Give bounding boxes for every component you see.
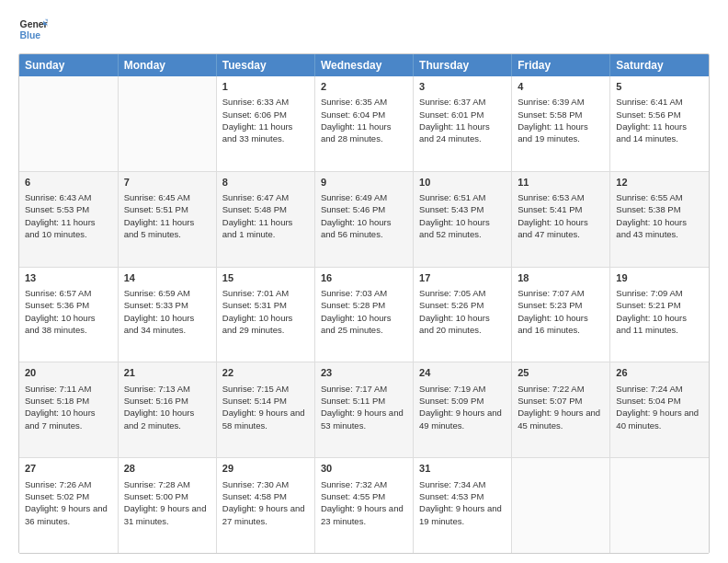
sunset-text: Sunset: 6:01 PM (419, 109, 483, 120)
day-header-row: SundayMondayTuesdayWednesdayThursdayFrid… (19, 54, 709, 76)
sunrise-text: Sunrise: 7:15 AM (222, 384, 289, 394)
daylight-text: Daylight: 11 hours and 14 minutes. (616, 121, 687, 144)
calendar-cell: 13Sunrise: 6:57 AMSunset: 5:36 PMDayligh… (19, 267, 118, 362)
sunrise-text: Sunrise: 6:45 AM (124, 192, 190, 202)
sunrise-text: Sunrise: 6:33 AM (222, 97, 289, 107)
daylight-text: Daylight: 9 hours and 31 minutes. (124, 503, 207, 525)
day-number: 26 (616, 366, 703, 380)
sunrise-text: Sunrise: 6:53 AM (518, 192, 584, 202)
day-number: 23 (321, 366, 407, 380)
day-header-saturday: Saturday (610, 54, 709, 76)
sunrise-text: Sunrise: 7:24 AM (616, 384, 682, 394)
week-row-4: 20Sunrise: 7:11 AMSunset: 5:18 PMDayligh… (19, 362, 709, 458)
daylight-text: Daylight: 11 hours and 10 minutes. (25, 217, 96, 239)
sunset-text: Sunset: 5:53 PM (25, 204, 89, 214)
sunrise-text: Sunrise: 6:43 AM (25, 192, 91, 202)
day-number: 7 (124, 176, 210, 190)
day-number: 3 (419, 80, 506, 94)
sunrise-text: Sunrise: 6:55 AM (616, 192, 682, 202)
sunrise-text: Sunrise: 7:01 AM (222, 288, 289, 298)
calendar-cell: 5Sunrise: 6:41 AMSunset: 5:56 PMDaylight… (610, 76, 709, 171)
daylight-text: Daylight: 10 hours and 16 minutes. (518, 313, 588, 335)
day-number: 31 (419, 462, 506, 476)
calendar-cell: 8Sunrise: 6:47 AMSunset: 5:48 PMDaylight… (216, 171, 314, 267)
sunrise-text: Sunrise: 7:26 AM (25, 479, 91, 489)
sunset-text: Sunset: 5:38 PM (616, 204, 680, 214)
calendar-cell: 2Sunrise: 6:35 AMSunset: 6:04 PMDaylight… (314, 76, 413, 171)
calendar-cell: 30Sunrise: 7:32 AMSunset: 4:55 PMDayligh… (314, 458, 413, 553)
calendar-cell: 21Sunrise: 7:13 AMSunset: 5:16 PMDayligh… (118, 362, 216, 458)
sunrise-text: Sunrise: 6:59 AM (124, 288, 190, 298)
daylight-text: Daylight: 11 hours and 19 minutes. (518, 121, 588, 144)
calendar-cell: 28Sunrise: 7:28 AMSunset: 5:00 PMDayligh… (118, 458, 216, 553)
sunset-text: Sunset: 5:14 PM (222, 396, 287, 406)
day-number: 16 (321, 271, 407, 285)
sunset-text: Sunset: 5:28 PM (321, 300, 385, 310)
calendar-cell (512, 458, 610, 553)
svg-text:Blue: Blue (20, 30, 41, 40)
week-row-1: 1Sunrise: 6:33 AMSunset: 6:06 PMDaylight… (19, 76, 709, 171)
calendar-cell: 11Sunrise: 6:53 AMSunset: 5:41 PMDayligh… (512, 171, 610, 267)
calendar-cell: 10Sunrise: 6:51 AMSunset: 5:43 PMDayligh… (414, 171, 512, 267)
calendar-cell: 31Sunrise: 7:34 AMSunset: 4:53 PMDayligh… (414, 458, 512, 553)
day-number: 19 (616, 271, 703, 285)
sunrise-text: Sunrise: 6:57 AM (25, 288, 91, 298)
sunrise-text: Sunrise: 7:28 AM (124, 479, 190, 489)
daylight-text: Daylight: 9 hours and 45 minutes. (518, 408, 600, 430)
day-number: 15 (222, 271, 309, 285)
daylight-text: Daylight: 10 hours and 2 minutes. (124, 408, 195, 430)
day-number: 27 (25, 462, 112, 476)
calendar-cell: 4Sunrise: 6:39 AMSunset: 5:58 PMDaylight… (512, 76, 610, 171)
day-number: 11 (518, 176, 604, 190)
day-header-sunday: Sunday (19, 54, 118, 76)
sunrise-text: Sunrise: 7:09 AM (616, 288, 682, 298)
daylight-text: Daylight: 10 hours and 34 minutes. (124, 313, 195, 335)
day-number: 28 (124, 462, 210, 476)
daylight-text: Daylight: 10 hours and 52 minutes. (419, 217, 490, 239)
sunrise-text: Sunrise: 7:22 AM (518, 384, 584, 394)
sunrise-text: Sunrise: 6:35 AM (321, 97, 387, 107)
daylight-text: Daylight: 9 hours and 40 minutes. (616, 408, 699, 430)
day-header-monday: Monday (118, 54, 216, 76)
calendar-cell: 25Sunrise: 7:22 AMSunset: 5:07 PMDayligh… (512, 362, 610, 458)
daylight-text: Daylight: 9 hours and 23 minutes. (321, 503, 404, 525)
sunset-text: Sunset: 5:36 PM (25, 300, 89, 310)
page: General Blue SundayMondayTuesdayWednesda… (0, 0, 728, 563)
day-number: 10 (419, 176, 506, 190)
daylight-text: Daylight: 9 hours and 36 minutes. (25, 503, 108, 525)
sunrise-text: Sunrise: 6:47 AM (222, 192, 289, 202)
day-number: 8 (222, 176, 309, 190)
daylight-text: Daylight: 11 hours and 1 minute. (222, 217, 293, 239)
calendar-cell: 18Sunrise: 7:07 AMSunset: 5:23 PMDayligh… (512, 267, 610, 362)
calendar-cell: 3Sunrise: 6:37 AMSunset: 6:01 PMDaylight… (414, 76, 512, 171)
calendar-cell: 14Sunrise: 6:59 AMSunset: 5:33 PMDayligh… (118, 267, 216, 362)
sunset-text: Sunset: 5:41 PM (518, 204, 582, 214)
daylight-text: Daylight: 10 hours and 29 minutes. (222, 313, 293, 335)
sunset-text: Sunset: 6:04 PM (321, 109, 385, 120)
daylight-text: Daylight: 10 hours and 43 minutes. (616, 217, 687, 239)
week-row-5: 27Sunrise: 7:26 AMSunset: 5:02 PMDayligh… (19, 458, 709, 553)
header: General Blue (18, 15, 710, 44)
daylight-text: Daylight: 10 hours and 38 minutes. (25, 313, 96, 335)
calendar-table: SundayMondayTuesdayWednesdayThursdayFrid… (19, 54, 709, 553)
calendar-cell: 9Sunrise: 6:49 AMSunset: 5:46 PMDaylight… (314, 171, 413, 267)
sunset-text: Sunset: 5:16 PM (124, 396, 188, 406)
sunrise-text: Sunrise: 7:13 AM (124, 384, 190, 394)
sunrise-text: Sunrise: 7:17 AM (321, 384, 387, 394)
sunrise-text: Sunrise: 7:05 AM (419, 288, 485, 298)
daylight-text: Daylight: 10 hours and 47 minutes. (518, 217, 588, 239)
calendar-cell: 7Sunrise: 6:45 AMSunset: 5:51 PMDaylight… (118, 171, 216, 267)
sunrise-text: Sunrise: 6:49 AM (321, 192, 387, 202)
day-number: 25 (518, 366, 604, 380)
calendar-cell: 12Sunrise: 6:55 AMSunset: 5:38 PMDayligh… (610, 171, 709, 267)
sunset-text: Sunset: 5:33 PM (124, 300, 188, 310)
sunset-text: Sunset: 5:02 PM (25, 491, 89, 501)
daylight-text: Daylight: 10 hours and 56 minutes. (321, 217, 392, 239)
week-row-3: 13Sunrise: 6:57 AMSunset: 5:36 PMDayligh… (19, 267, 709, 362)
sunrise-text: Sunrise: 6:39 AM (518, 97, 584, 107)
calendar-cell: 19Sunrise: 7:09 AMSunset: 5:21 PMDayligh… (610, 267, 709, 362)
sunrise-text: Sunrise: 6:37 AM (419, 97, 485, 107)
day-number: 14 (124, 271, 210, 285)
calendar-cell: 16Sunrise: 7:03 AMSunset: 5:28 PMDayligh… (314, 267, 413, 362)
day-number: 1 (222, 80, 309, 94)
